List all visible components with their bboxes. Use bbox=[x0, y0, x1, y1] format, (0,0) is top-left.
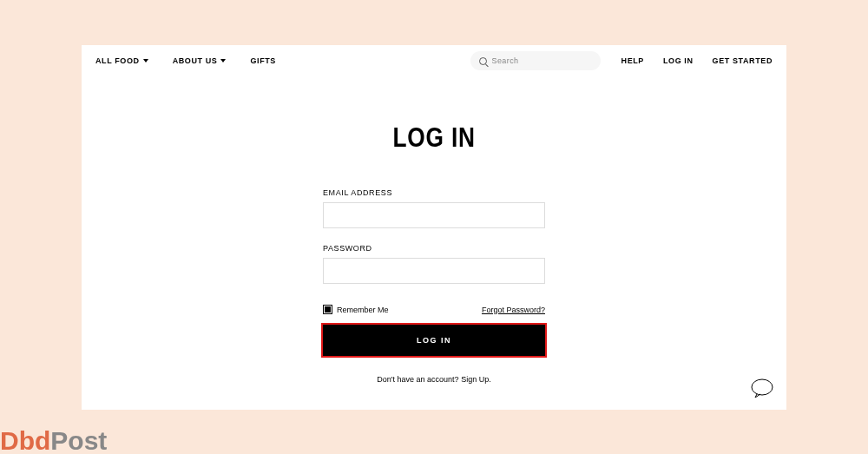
search-icon bbox=[479, 57, 487, 65]
remember-me-checkbox[interactable]: Remember Me bbox=[323, 305, 389, 314]
search-placeholder: Search bbox=[492, 56, 519, 65]
chat-icon[interactable] bbox=[750, 378, 774, 398]
checkmark-icon bbox=[325, 306, 331, 313]
signup-prompt-row: Don't have an account? Sign Up. bbox=[323, 375, 545, 384]
signup-prompt-text: Don't have an account? bbox=[377, 375, 461, 384]
nav-gifts-label: GIFTS bbox=[250, 56, 276, 65]
nav-all-food[interactable]: ALL FOOD bbox=[95, 56, 148, 65]
nav-get-started[interactable]: GET STARTED bbox=[713, 56, 773, 65]
nav-about-us-label: ABOUT US bbox=[173, 56, 218, 65]
nav-right-group: HELP LOG IN GET STARTED bbox=[621, 56, 773, 65]
search-input[interactable]: Search bbox=[470, 51, 601, 70]
watermark: DbdPost bbox=[0, 428, 107, 454]
nav-gifts[interactable]: GIFTS bbox=[250, 56, 276, 65]
page-title: LOG IN bbox=[392, 122, 475, 154]
forgot-password-link[interactable]: Forgot Password? bbox=[482, 306, 545, 314]
chevron-down-icon bbox=[143, 59, 148, 63]
nav-all-food-label: ALL FOOD bbox=[95, 56, 140, 65]
login-button[interactable]: LOG IN bbox=[323, 325, 545, 356]
app-window: ALL FOOD ABOUT US GIFTS Search HELP LOG … bbox=[82, 45, 786, 410]
login-form: EMAIL ADDRESS PASSWORD Remember Me Forgo… bbox=[323, 188, 545, 384]
main-content: LOG IN EMAIL ADDRESS PASSWORD Remember M… bbox=[82, 76, 786, 384]
nav-get-started-label: GET STARTED bbox=[713, 56, 773, 65]
password-field[interactable] bbox=[323, 258, 545, 284]
svg-point-0 bbox=[752, 379, 773, 395]
password-label: PASSWORD bbox=[323, 244, 545, 253]
nav-about-us[interactable]: ABOUT US bbox=[173, 56, 227, 65]
top-nav: ALL FOOD ABOUT US GIFTS Search HELP LOG … bbox=[82, 45, 786, 76]
remember-me-label: Remember Me bbox=[337, 306, 389, 314]
watermark-part-2: Post bbox=[50, 426, 107, 454]
form-options-row: Remember Me Forgot Password? bbox=[323, 305, 545, 314]
nav-login[interactable]: LOG IN bbox=[663, 56, 694, 65]
email-field[interactable] bbox=[323, 202, 545, 228]
watermark-part-1: Dbd bbox=[0, 426, 50, 454]
nav-help[interactable]: HELP bbox=[621, 56, 644, 65]
signup-link[interactable]: Sign Up. bbox=[461, 375, 491, 384]
nav-login-label: LOG IN bbox=[663, 56, 694, 65]
email-label: EMAIL ADDRESS bbox=[323, 188, 545, 197]
nav-left-group: ALL FOOD ABOUT US GIFTS bbox=[95, 56, 276, 65]
chevron-down-icon bbox=[220, 59, 226, 63]
nav-help-label: HELP bbox=[621, 56, 644, 65]
checkbox-icon bbox=[323, 305, 332, 314]
